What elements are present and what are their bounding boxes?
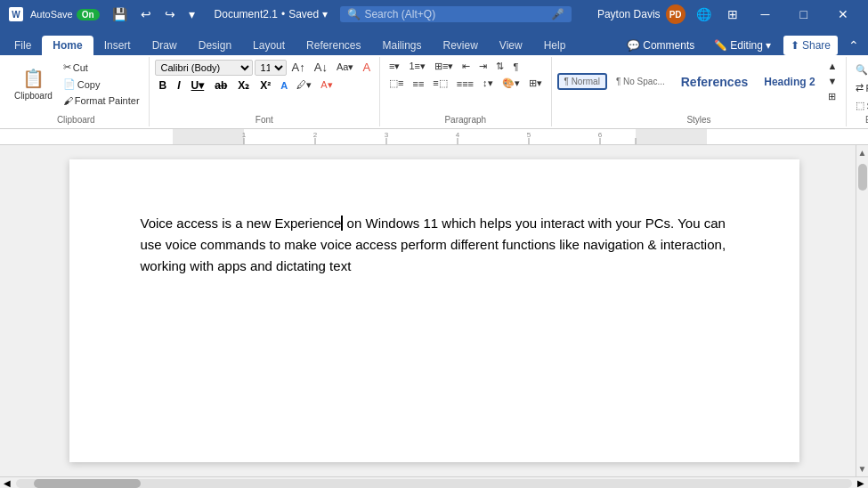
copy-icon: 📄	[63, 78, 76, 90]
document-content: Voice access is a new Experience on Wind…	[141, 213, 728, 277]
tab-references[interactable]: References	[296, 36, 371, 55]
tab-insert[interactable]: Insert	[93, 36, 142, 55]
cut-icon: ✂	[63, 61, 71, 73]
scroll-left-btn[interactable]: ◀	[0, 478, 14, 488]
comments-btn[interactable]: 💬 Comments	[620, 36, 702, 55]
more-quick-btn[interactable]: ▾	[183, 5, 200, 23]
strikethrough-btn[interactable]: ab	[210, 78, 231, 93]
cut-btn[interactable]: ✂ Cut	[60, 60, 143, 75]
svg-rect-2	[173, 129, 707, 145]
editing-btn[interactable]: ✏️ Editing ▾	[707, 36, 778, 55]
replace-btn[interactable]: ⇄ Replace	[852, 80, 868, 95]
scroll-up-btn[interactable]: ▲	[856, 145, 868, 160]
styles-scroll-up[interactable]: ▲	[824, 59, 841, 73]
line-spacing-btn[interactable]: ↕▾	[479, 76, 497, 91]
font-family-select[interactable]: Calibri (Body)	[155, 60, 253, 76]
scroll-right-btn[interactable]: ▶	[854, 478, 868, 488]
tab-design[interactable]: Design	[188, 36, 242, 55]
align-left-btn[interactable]: ⬚≡	[385, 76, 407, 91]
justify-btn[interactable]: ≡≡≡	[453, 77, 477, 91]
format-painter-btn[interactable]: 🖌 Format Painter	[60, 94, 143, 108]
document-page[interactable]: Voice access is a new Experience on Wind…	[69, 159, 799, 462]
copy-btn[interactable]: 📄 Copy	[60, 77, 143, 92]
change-case-btn[interactable]: Aa▾	[333, 60, 357, 75]
h-scroll-track[interactable]	[16, 479, 852, 488]
saved-label: •	[281, 8, 285, 20]
style-heading2[interactable]: Heading 2	[757, 72, 822, 92]
align-center-btn[interactable]: ≡≡	[409, 77, 427, 91]
tab-view[interactable]: View	[489, 36, 533, 55]
minimize-btn[interactable]: ─	[749, 4, 783, 25]
svg-rect-3	[173, 129, 244, 145]
vertical-scrollbar[interactable]: ▲ ▼	[856, 145, 868, 476]
show-formatting-btn[interactable]: ¶	[509, 60, 522, 74]
close-btn[interactable]: ✕	[825, 4, 861, 25]
font-shrink-btn[interactable]: A↓	[311, 59, 331, 76]
tab-review[interactable]: Review	[433, 36, 489, 55]
numbering-btn[interactable]: 1≡▾	[405, 59, 429, 74]
tab-draw[interactable]: Draw	[142, 36, 188, 55]
share-btn[interactable]: ⬆ Share	[783, 36, 838, 55]
font-size-select[interactable]: 11	[255, 60, 287, 76]
tab-file[interactable]: File	[4, 36, 42, 55]
paragraph-group: ≡▾ 1≡▾ ⊞≡▾ ⇤ ⇥ ⇅ ¶ ⬚≡ ≡≡ ≡⬚ ≡≡≡ ↕▾ 🎨▾ ⊞▾…	[380, 57, 551, 126]
view-btn[interactable]: ⊞	[722, 5, 743, 23]
h-scroll-thumb[interactable]	[34, 479, 141, 488]
tab-layout[interactable]: Layout	[242, 36, 296, 55]
style-heading1[interactable]: References	[674, 71, 756, 93]
ribbon-expand-btn[interactable]: ⌃	[843, 37, 864, 54]
search-bar[interactable]: 🔍 🎤	[340, 6, 572, 22]
italic-btn[interactable]: I	[173, 78, 184, 93]
clear-format-btn[interactable]: A	[359, 59, 374, 76]
text-effects-btn[interactable]: A	[277, 78, 291, 93]
styles-expand[interactable]: ⊞	[824, 89, 841, 104]
bullets-btn[interactable]: ≡▾	[385, 59, 403, 74]
user-avatar[interactable]: PD	[666, 4, 685, 24]
undo-btn[interactable]: ↩	[135, 5, 157, 23]
styles-scroll-down[interactable]: ▼	[824, 74, 841, 88]
decrease-indent-btn[interactable]: ⇤	[458, 59, 474, 74]
globe-btn[interactable]: 🌐	[691, 5, 717, 23]
bold-btn[interactable]: B	[155, 78, 172, 93]
find-icon: 🔍	[856, 64, 868, 76]
maximize-btn[interactable]: □	[788, 4, 820, 25]
multilevel-btn[interactable]: ⊞≡▾	[431, 59, 457, 74]
horizontal-scrollbar-area: ◀ ▶	[0, 476, 868, 488]
borders-btn[interactable]: ⊞▾	[525, 76, 546, 91]
align-right-btn[interactable]: ≡⬚	[429, 76, 450, 91]
autosave-toggle[interactable]: On	[77, 9, 100, 20]
app-icon: W	[7, 5, 25, 23]
paste-btn[interactable]: 📋 Clipboard	[9, 59, 58, 109]
text-highlight-btn[interactable]: 🖊▾	[293, 77, 315, 93]
scroll-thumb[interactable]	[858, 164, 867, 191]
svg-text:2: 2	[313, 131, 318, 139]
subscript-btn[interactable]: X₂	[233, 78, 254, 93]
replace-icon: ⇄	[856, 82, 864, 94]
document-container: Voice access is a new Experience on Wind…	[0, 145, 868, 476]
redo-btn[interactable]: ↪	[159, 5, 181, 23]
saved-status: Saved	[288, 8, 319, 20]
ruler-svg: 1 2 3 4 5 6	[173, 129, 707, 145]
quick-save-btn[interactable]: 💾	[107, 5, 133, 23]
shading-btn[interactable]: 🎨▾	[499, 76, 523, 91]
scroll-down-btn[interactable]: ▼	[856, 461, 868, 476]
tab-home[interactable]: Home	[42, 36, 93, 55]
style-nospace[interactable]: ¶ No Spac...	[609, 73, 672, 90]
underline-btn[interactable]: U▾	[187, 78, 209, 93]
svg-text:W: W	[12, 10, 20, 20]
style-normal[interactable]: ¶ Normal	[557, 73, 607, 90]
svg-text:6: 6	[598, 131, 603, 139]
superscript-btn[interactable]: X²	[256, 78, 275, 93]
svg-text:1: 1	[242, 131, 247, 139]
increase-indent-btn[interactable]: ⇥	[475, 59, 491, 74]
svg-text:4: 4	[456, 131, 460, 139]
font-grow-btn[interactable]: A↑	[288, 59, 309, 76]
svg-text:5: 5	[527, 131, 531, 139]
sort-btn[interactable]: ⇅	[492, 59, 507, 74]
select-btn[interactable]: ⬚ Select ▾	[852, 98, 868, 113]
find-btn[interactable]: 🔍 Find ▾	[852, 62, 868, 77]
search-input[interactable]	[364, 8, 548, 20]
tab-help[interactable]: Help	[533, 36, 577, 55]
tab-mailings[interactable]: Mailings	[371, 36, 432, 55]
font-color-btn[interactable]: A▾	[317, 77, 336, 93]
